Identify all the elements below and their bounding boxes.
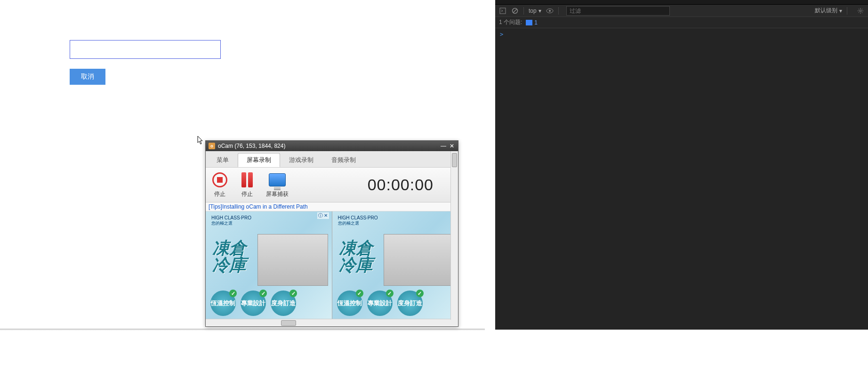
issues-badge[interactable]: 1 xyxy=(526,19,538,26)
context-selector[interactable]: top ▾ xyxy=(529,8,541,14)
separator xyxy=(523,7,524,15)
tips-link[interactable]: [Tips]Installing oCam in a Different Pat… xyxy=(206,202,458,211)
devtools-panel: top ▾ 默认级别 ▾ 1 个问题: 1 > xyxy=(495,0,868,330)
page-divider xyxy=(0,329,485,331)
ad-cell-2[interactable]: HIGH CLASS·PRO 您的極之選 凍倉 冷庫 恆溫控制 專業設計 度身訂… xyxy=(332,211,458,319)
ad-chip-3: 度身訂造 xyxy=(397,291,423,316)
separator xyxy=(847,7,847,15)
ad-chip-2: 專業設計 xyxy=(367,291,393,316)
issues-label: 1 个问题: xyxy=(499,18,522,26)
stop-icon xyxy=(212,172,227,187)
close-icon[interactable]: ✕ xyxy=(449,143,455,149)
filter-input[interactable] xyxy=(566,6,670,16)
stop-button[interactable]: 停止 xyxy=(211,171,228,198)
svg-line-2 xyxy=(513,9,517,13)
tab-screen-record[interactable]: 屏幕录制 xyxy=(238,153,280,167)
minimize-icon[interactable]: — xyxy=(440,143,447,149)
vertical-scrollbar[interactable] xyxy=(450,151,458,320)
ad-area: ⓘ ✕ HIGH CLASS·PRO 您的極之選 凍倉 冷庫 恆溫控制 專業設計… xyxy=(206,211,458,319)
ad-brand-sub: 您的極之選 xyxy=(338,220,378,226)
capture-label: 屏幕捕获 xyxy=(266,190,289,198)
pause-label: 停止 xyxy=(241,190,253,198)
tab-menu[interactable]: 菜单 xyxy=(208,153,238,167)
ad-chips: 恆溫控制 專業設計 度身訂造 xyxy=(210,291,296,316)
scrollbar-thumb[interactable] xyxy=(452,153,457,167)
ad-info-close-icon[interactable]: ⓘ ✕ xyxy=(317,212,329,219)
ad-chip-3: 度身訂造 xyxy=(271,291,296,316)
message-icon xyxy=(526,20,532,25)
ad-big-1: 凍倉 xyxy=(212,240,246,257)
tab-game-record[interactable]: 游戏录制 xyxy=(280,153,322,167)
svg-point-4 xyxy=(549,10,551,12)
ad-brand-sub: 您的極之選 xyxy=(211,220,251,226)
chevron-down-icon: ▾ xyxy=(538,8,541,14)
text-input[interactable] xyxy=(70,40,221,59)
issues-bar: 1 个问题: 1 xyxy=(495,17,868,28)
ad-chip-1: 恆溫控制 xyxy=(337,291,362,316)
pause-icon xyxy=(241,172,253,187)
console-toolbar: top ▾ 默认级别 ▾ xyxy=(495,5,868,17)
monitor-icon xyxy=(269,173,286,186)
live-expression-icon[interactable] xyxy=(546,7,554,15)
context-label: top xyxy=(529,8,537,14)
log-level-selector[interactable]: 默认级别 ▾ xyxy=(815,7,842,15)
chevron-down-icon: ▾ xyxy=(839,8,842,14)
ad-image xyxy=(384,234,454,286)
ocam-app-icon: o xyxy=(209,143,215,149)
horizontal-scrollbar[interactable] xyxy=(206,319,458,325)
pause-button[interactable]: 停止 xyxy=(239,171,256,198)
cancel-button[interactable]: 取消 xyxy=(70,69,105,85)
ad-chip-1: 恆溫控制 xyxy=(210,291,236,316)
ad-brand-top: HIGH CLASS·PRO xyxy=(211,215,251,220)
ocam-window: o oCam (76, 153, 1844, 824) — ✕ 菜单 屏幕录制 … xyxy=(205,140,458,327)
ocam-tabs: 菜单 屏幕录制 游戏录制 音频录制 xyxy=(206,151,458,167)
filter-field xyxy=(566,6,670,16)
ad-brand: HIGH CLASS·PRO 您的極之選 xyxy=(211,215,251,226)
issues-count: 1 xyxy=(534,19,538,26)
recording-timer: 00:00:00 xyxy=(368,176,434,194)
ad-big-1: 凍倉 xyxy=(339,240,373,257)
tab-audio-record[interactable]: 音频录制 xyxy=(322,153,365,167)
clear-console-icon[interactable] xyxy=(511,7,519,15)
ad-big-2: 冷庫 xyxy=(339,257,373,274)
ad-chip-2: 專業設計 xyxy=(241,291,266,316)
svg-point-5 xyxy=(860,10,861,12)
console-output[interactable]: > xyxy=(495,28,868,40)
ad-image xyxy=(257,234,328,286)
ad-brand: HIGH CLASS·PRO 您的極之選 xyxy=(338,215,378,226)
devtools-tabstrip xyxy=(495,0,868,5)
console-prompt: > xyxy=(500,31,503,38)
ad-cell-1[interactable]: ⓘ ✕ HIGH CLASS·PRO 您的極之選 凍倉 冷庫 恆溫控制 專業設計… xyxy=(206,211,332,319)
ocam-titlebar[interactable]: o oCam (76, 153, 1844, 824) — ✕ xyxy=(206,141,458,151)
ocam-title: oCam (76, 153, 1844, 824) xyxy=(218,143,285,149)
stop-label: 停止 xyxy=(214,190,225,198)
console-sidebar-toggle-icon[interactable] xyxy=(499,7,506,15)
ad-headline: 凍倉 冷庫 xyxy=(212,240,246,274)
screen-capture-button[interactable]: 屏幕捕获 xyxy=(266,171,289,198)
ad-brand-top: HIGH CLASS·PRO xyxy=(338,215,378,220)
ad-headline: 凍倉 冷庫 xyxy=(339,240,373,274)
ad-chips: 恆溫控制 專業設計 度身訂造 xyxy=(337,291,423,316)
ad-big-2: 冷庫 xyxy=(212,257,246,274)
gear-icon[interactable] xyxy=(857,7,864,15)
separator xyxy=(558,7,559,15)
level-label: 默认级别 xyxy=(815,7,837,15)
ocam-toolbar: 停止 停止 屏幕捕获 00:00:00 xyxy=(206,167,458,202)
